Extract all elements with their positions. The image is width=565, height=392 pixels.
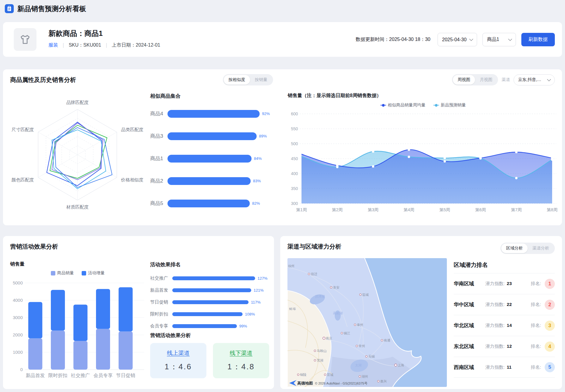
- x-axis-label: 限时折扣: [48, 373, 68, 378]
- product-select[interactable]: 商品1: [482, 33, 516, 46]
- rank-badge: 2: [545, 300, 555, 310]
- tab-region-analysis[interactable]: 区域分析: [501, 244, 528, 253]
- campaign-rank-value: 127%: [258, 276, 267, 281]
- similar-product-value: 89%: [259, 134, 267, 138]
- x-axis-label: 节日促销: [116, 373, 135, 378]
- legend-item[interactable]: 活动增量: [82, 270, 105, 276]
- rank-badge: 3: [545, 321, 555, 331]
- tab-channel-analysis[interactable]: 渠道分析: [528, 244, 554, 253]
- campaign-rank-row: 节日促销117%: [150, 296, 269, 308]
- region-name: 华北区域: [454, 322, 485, 329]
- similar-product-label: 商品1: [150, 155, 167, 162]
- similar-product-label: 商品2: [150, 177, 167, 184]
- region-rank: 排名:3: [531, 321, 555, 331]
- tshirt-icon: [19, 33, 31, 45]
- x-axis-label: 第8周: [547, 207, 558, 212]
- channel-select[interactable]: 京东,抖音,…: [514, 74, 555, 85]
- map-city-marker: [366, 356, 367, 357]
- map-city-label: 淮安: [333, 286, 339, 289]
- map-city-label: 常州: [359, 344, 365, 348]
- campaign-rank-bar: [172, 324, 237, 328]
- refresh-data-button[interactable]: 刷新数据: [521, 33, 555, 46]
- campaign-rank-bar: [172, 288, 251, 292]
- campaign-ranking-chart: 社交推广127%新品首发121%节日促销117%限时折扣108%会员专享99%: [150, 272, 269, 332]
- similar-product-bar: [167, 177, 251, 185]
- tab-week-view[interactable]: 周视图: [453, 75, 475, 85]
- date-select[interactable]: 2025-04-30: [438, 33, 477, 46]
- radar-axis-label: 价格相似度: [121, 177, 144, 182]
- offline-channel-link[interactable]: 线下渠道: [230, 349, 252, 357]
- x-axis-label: 新品首发: [26, 373, 45, 378]
- x-axis-label: 社交推广: [71, 373, 90, 378]
- svg-text:5000: 5000: [13, 280, 23, 285]
- legend-item[interactable]: 新品预测销量: [433, 102, 466, 108]
- similar-product-bar: [167, 132, 257, 140]
- separator: ｜: [61, 42, 66, 48]
- map-city-marker: [297, 374, 299, 376]
- data-point: [515, 151, 517, 153]
- chevron-down-icon: [469, 37, 473, 41]
- radar-axis-label: 品牌匹配度: [66, 100, 89, 105]
- legend-label: 相似商品销量周均量: [388, 102, 426, 108]
- region-rank-row: 西南区域潜力指数: 11排名:5: [454, 357, 555, 378]
- campaign-sales-chart: 010002000300040005000新品首发限时折扣社交推广会员专享节日促…: [10, 277, 145, 379]
- region-index: 潜力指数: 12: [485, 344, 531, 349]
- tab-month-view[interactable]: 月视图: [475, 75, 497, 85]
- map-city-label: 嘉兴: [380, 379, 387, 383]
- map-city-label: 宿迁: [311, 272, 317, 276]
- map-city-label: 南通: [384, 339, 390, 342]
- bar-increment: [119, 287, 133, 332]
- map-city-marker: [377, 380, 379, 382]
- bar-base: [28, 339, 42, 370]
- map-city-marker: [395, 364, 397, 366]
- data-point: [408, 156, 410, 158]
- x-axis-label: 第5周: [439, 207, 450, 212]
- bar-base: [74, 341, 88, 370]
- x-axis-label: 第7周: [511, 207, 522, 212]
- campaign-rank-bar: [172, 312, 243, 316]
- region-name: 华中区域: [454, 301, 485, 308]
- map-city-marker: [359, 376, 361, 377]
- svg-text:350: 350: [291, 186, 298, 191]
- rank-badge: 4: [545, 342, 555, 352]
- legend-item[interactable]: 商品销量: [51, 270, 74, 276]
- bar-increment: [51, 290, 65, 330]
- similar-product-bar: [167, 155, 252, 163]
- tab-by-sales[interactable]: 按销量: [250, 75, 272, 85]
- online-channel-link[interactable]: 线上渠道: [167, 349, 190, 357]
- china-region-map[interactable]: 徐州宿迁淮安盐城洪泽湖蚌埠高邮湖泰州镇江南京南通常州马鞍山无锡芜湖太湖上海铜陵宣…: [287, 258, 447, 387]
- bar-increment: [96, 289, 110, 329]
- product-card: 新款商品：商品1 服装 ｜ SKU：SKU001 ｜ 上市日期：2024-12-…: [3, 22, 562, 57]
- page-header: 新品销售预测分析看板: [0, 0, 565, 17]
- similar-product-row: 商品389%: [150, 125, 277, 147]
- similar-product-label: 商品4: [150, 110, 167, 117]
- similar-products-title: 相似商品集合: [150, 93, 277, 99]
- campaign-rank-row: 新品首发121%: [150, 284, 269, 296]
- x-axis-label: 第1周: [296, 207, 307, 212]
- data-point: [336, 166, 339, 168]
- tab-by-similarity[interactable]: 按相似度: [224, 75, 250, 85]
- map-city-label: 铜陵: [300, 373, 307, 376]
- bar-increment: [74, 305, 88, 341]
- map-city-label: 芜湖: [317, 359, 323, 362]
- product-category-link[interactable]: 服装: [48, 42, 58, 48]
- map-city-label: 徐州: [288, 264, 295, 268]
- view-granularity-toggle: 周视图 月视图: [452, 74, 498, 85]
- legend-label: 商品销量: [57, 270, 74, 276]
- region-ranking-title: 区域潜力排名: [454, 261, 555, 269]
- region-ranking-panel: 区域潜力排名 华南区域潜力指数: 23排名:1华中区域潜力指数: 22排名:2华…: [454, 261, 555, 378]
- map-city-marker: [324, 374, 326, 376]
- map-city-label: 洪泽湖: [315, 295, 325, 298]
- legend-item[interactable]: 相似商品销量周均量: [380, 102, 426, 108]
- campaign-rank-value: 108%: [245, 312, 255, 316]
- similar-product-bar: [167, 110, 260, 118]
- similar-product-bar: [167, 200, 250, 207]
- region-rank-row: 华南区域潜力指数: 23排名:1: [454, 273, 555, 294]
- x-axis-label: 第6周: [475, 207, 486, 212]
- campaign-rank-bar: [172, 276, 255, 280]
- region-analysis-card: 渠道与区域潜力分析 区域分析 渠道分析 徐州宿迁淮安盐城洪泽湖蚌埠高邮湖泰州镇江…: [280, 236, 562, 389]
- product-select-value: 商品1: [487, 36, 499, 43]
- x-axis-label: 第3周: [368, 207, 379, 212]
- radar-axis-label: 品类匹配度: [121, 127, 144, 132]
- similarity-mode-toggle: 按相似度 按销量: [223, 74, 273, 85]
